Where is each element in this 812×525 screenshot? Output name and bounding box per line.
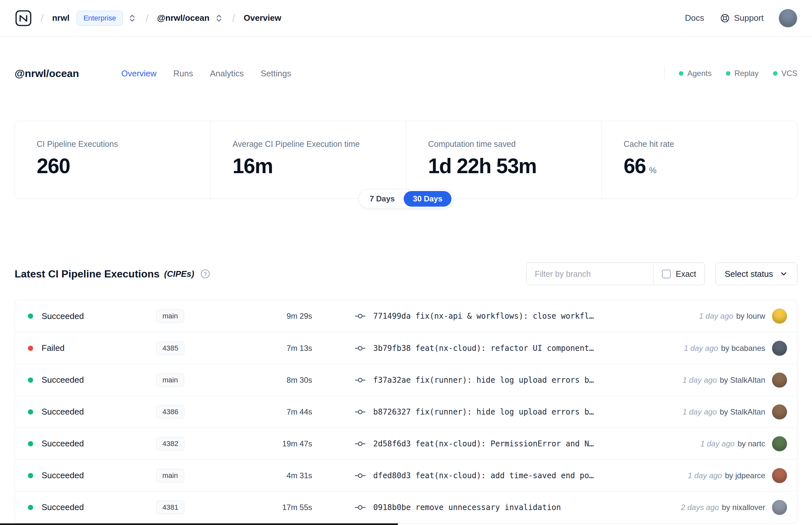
commit-cell[interactable]: dfed80d3 feat(nx-cloud): add time-saved … <box>354 471 594 480</box>
green-status-dot <box>773 71 778 76</box>
status-dot <box>28 441 33 446</box>
exact-toggle[interactable]: Exact <box>653 263 705 285</box>
cipes-subtitle: (CIPEs) <box>164 269 194 279</box>
tab-overview[interactable]: Overview <box>121 69 156 79</box>
range-30-days-button[interactable]: 30 Days <box>404 191 451 207</box>
commit-hash: b8726327 <box>373 407 411 417</box>
table-row[interactable]: Failed 4385 7m 13s 3b79fb38 feat(nx-clou… <box>15 332 797 364</box>
status-agents[interactable]: Agents <box>679 69 711 78</box>
user-avatar[interactable] <box>779 9 797 28</box>
status-dot <box>28 346 33 351</box>
table-row[interactable]: Succeeded main 8m 30s f37a32ae fix(runne… <box>15 364 797 396</box>
table-row[interactable]: Succeeded 4381 17m 55s 0918b0be remove u… <box>15 491 797 523</box>
cipes-section-header: Latest CI Pipeline Executions (CIPEs) ? … <box>15 262 797 286</box>
stat-value: 66% <box>624 154 784 178</box>
meta-cell: 2 days ago by nixallover <box>681 500 787 515</box>
stat-label: Cache hit rate <box>624 139 784 149</box>
branch-badge[interactable]: main <box>156 469 184 482</box>
chevron-down-icon <box>780 270 788 278</box>
commit-text: b8726327 fix(runner): hide log upload er… <box>373 407 594 417</box>
tab-analytics[interactable]: Analytics <box>210 69 244 79</box>
status-cell: Succeeded <box>28 311 156 321</box>
branch-cell: 4382 <box>156 437 260 451</box>
branch-filter-input[interactable] <box>526 263 653 285</box>
meta-cell: 1 day ago by StalkAltan <box>683 404 788 420</box>
avatar <box>772 308 787 324</box>
stat-label: Average CI Pipeline Execution time <box>232 139 393 149</box>
status-replay-label: Replay <box>734 69 759 78</box>
branch-cell: main <box>156 469 260 482</box>
status-dot <box>28 314 33 319</box>
status-cell: Succeeded <box>28 502 156 512</box>
status-vcs[interactable]: VCS <box>773 69 797 78</box>
help-icon[interactable]: ? <box>200 269 211 279</box>
avatar <box>772 500 787 515</box>
stat-average-execution-time: Average CI Pipeline Execution time 16m <box>211 121 406 198</box>
status-select-dropdown[interactable]: Select status <box>715 262 797 285</box>
duration-label: 9m 29s <box>260 312 312 321</box>
commit-hash: dfed80d3 <box>373 471 411 480</box>
status-replay[interactable]: Replay <box>726 69 759 78</box>
exact-checkbox[interactable] <box>662 270 671 279</box>
stat-value: 16m <box>232 154 393 178</box>
meta-cell: 1 day ago by StalkAltan <box>683 372 788 388</box>
svg-text:?: ? <box>204 271 207 277</box>
git-commit-icon <box>354 344 366 352</box>
commit-message: fix(runner): hide log upload errors b… <box>415 376 594 385</box>
service-status-group: Agents Replay VCS <box>664 66 797 81</box>
stats-card-row: CI Pipeline Executions 260 Average CI Pi… <box>15 121 797 199</box>
commit-cell[interactable]: f37a32ae fix(runner): hide log upload er… <box>354 376 594 385</box>
breadcrumb-page: Overview <box>244 13 281 23</box>
breadcrumb-org[interactable]: nrwl <box>52 13 69 23</box>
branch-badge[interactable]: 4385 <box>156 342 184 355</box>
workspace-tabs: Overview Runs Analytics Settings <box>121 69 291 79</box>
table-row[interactable]: Succeeded 4386 7m 44s b8726327 fix(runne… <box>15 396 797 427</box>
top-navbar: / nrwl Enterprise / @nrwl/ocean / Overvi… <box>0 0 812 36</box>
branch-badge[interactable]: main <box>156 373 184 387</box>
tab-runs[interactable]: Runs <box>173 69 193 79</box>
docs-link[interactable]: Docs <box>685 13 704 23</box>
commit-message: feat(nx-cloud): refactor UI component… <box>415 344 594 353</box>
page-title: @nrwl/ocean <box>15 68 79 79</box>
git-commit-icon <box>354 312 366 320</box>
status-label: Failed <box>42 343 65 353</box>
branch-badge[interactable]: main <box>156 309 184 323</box>
enterprise-badge[interactable]: Enterprise <box>77 11 123 26</box>
branch-badge[interactable]: 4382 <box>156 437 184 451</box>
branch-badge[interactable]: 4381 <box>156 501 184 514</box>
commit-hash: 771499da <box>373 312 411 321</box>
support-label: Support <box>734 13 764 23</box>
status-dot <box>28 409 33 415</box>
commit-cell[interactable]: b8726327 fix(runner): hide log upload er… <box>354 407 594 417</box>
stat-label: Computation time saved <box>428 139 588 149</box>
commit-message: feat(nx-cloud): add time-saved end po… <box>415 471 594 480</box>
stat-value: 260 <box>37 154 198 178</box>
support-link[interactable]: Support <box>720 13 764 24</box>
nx-logo-icon[interactable] <box>15 10 32 27</box>
branch-badge[interactable]: 4386 <box>156 405 184 419</box>
duration-label: 17m 55s <box>260 503 312 512</box>
status-label: Succeeded <box>42 470 84 480</box>
percent-suffix: % <box>649 165 656 175</box>
author-label: by StalkAltan <box>720 407 765 417</box>
commit-cell[interactable]: 0918b0be remove unnecessary invalidation <box>354 503 561 512</box>
git-commit-icon <box>354 471 366 480</box>
breadcrumb-separator: / <box>232 12 235 24</box>
breadcrumb-separator: / <box>145 12 149 24</box>
workspace-switcher-chevron-icon[interactable] <box>214 13 224 23</box>
range-7-days-button[interactable]: 7 Days <box>361 191 404 207</box>
commit-cell[interactable]: 2d58f6d3 feat(nx-cloud): PermissionError… <box>354 439 594 448</box>
table-row[interactable]: Succeeded 4382 19m 47s 2d58f6d3 feat(nx-… <box>15 427 797 460</box>
commit-hash: 0918b0be <box>373 503 411 512</box>
breadcrumb-workspace[interactable]: @nrwl/ocean <box>157 13 210 23</box>
commit-cell[interactable]: 3b79fb38 feat(nx-cloud): refactor UI com… <box>354 344 594 353</box>
workspace-header: @nrwl/ocean Overview Runs Analytics Sett… <box>15 65 797 82</box>
commit-cell[interactable]: 771499da fix(nx-api & workflows): close … <box>354 312 594 321</box>
status-cell: Failed <box>28 343 156 353</box>
meta-cell: 1 day ago by lourw <box>699 308 787 324</box>
table-row[interactable]: Succeeded main 9m 29s 771499da fix(nx-ap… <box>15 300 797 332</box>
branch-filter-group: Exact <box>526 262 705 285</box>
table-row[interactable]: Succeeded main 4m 31s dfed80d3 feat(nx-c… <box>15 460 797 491</box>
tab-settings[interactable]: Settings <box>260 69 291 79</box>
org-switcher-chevron-icon[interactable] <box>127 13 137 23</box>
